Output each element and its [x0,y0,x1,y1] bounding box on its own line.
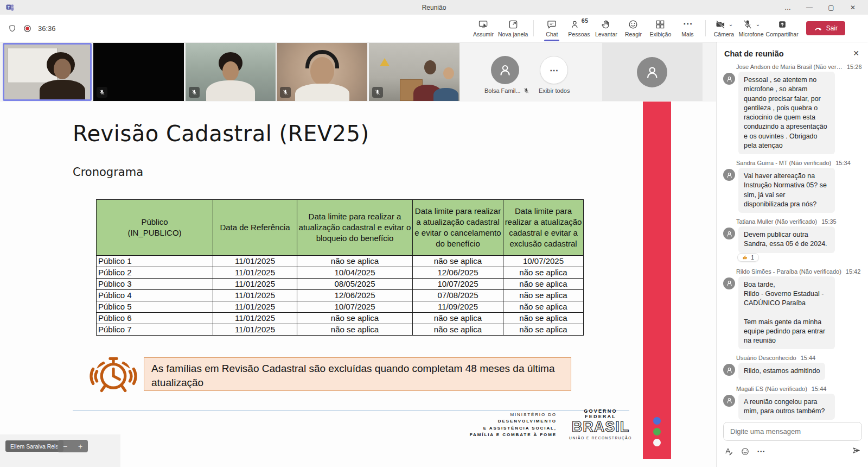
table-cell: não se aplica [297,313,413,324]
presenter-avatar [637,57,667,87]
slide-dot-blue [653,417,661,425]
reagir-button[interactable]: Reagir [621,16,646,41]
table-cell: Público 2 [97,267,213,279]
table-cell: 10/07/2025 [413,279,503,290]
table-header-cell: Data limite para realizar a atualização … [503,200,584,256]
video-tile-camera-off[interactable] [93,43,184,101]
zoom-in-button[interactable]: + [78,443,82,450]
table-row: Público 211/01/202510/04/202512/06/2025n… [97,267,584,279]
table-cell: não se aplica [503,267,584,279]
hangup-phone-icon [814,24,823,33]
mais-button[interactable]: ⋯ Mais [675,16,700,41]
chat-message: Sandra Guirra - MT (Não verificado)15:34… [723,160,862,213]
shared-content-stage: Revisão Cadastral (REV25) Cronograma Púb… [0,102,716,467]
chat-author: Sandra Guirra - MT (Não verificado) [736,160,831,166]
maximize-icon[interactable]: ▢ [820,0,842,15]
slide-table-header-row: Público (IN_PUBLICO)Data de ReferênciaDa… [97,200,584,256]
table-cell: 11/01/2025 [213,267,297,279]
people-icon [570,19,581,30]
table-cell: não se aplica [297,324,413,336]
titlebar-more-icon[interactable]: … [777,0,799,15]
chat-message: Magali ES (Não verificado)15:44A reunião… [723,386,862,420]
mic-off-icon [742,19,753,30]
video-tile-participant[interactable] [277,43,367,101]
chat-message-list[interactable]: Jose Andson de Maria Brasil (Não verif..… [717,62,868,421]
leave-button[interactable]: Sair [806,21,845,35]
chat-message: Rildo Simões - Paraíba (Não verificado)1… [723,268,862,350]
view-grid-icon [655,19,666,30]
ministry-line: MINISTÉRIO DO [412,412,557,418]
mic-muted-icon [372,87,383,98]
mic-chevron-icon[interactable]: ⌄ [756,22,760,27]
minimize-icon[interactable]: — [799,0,820,15]
camera-chevron-icon[interactable]: ⌄ [729,22,733,27]
table-row: Público 111/01/2025não se aplicanão se a… [97,256,584,267]
participant-avatar[interactable] [491,56,519,84]
chat-timestamp: 15:34 [835,160,851,166]
titlebar: T Reunião … — ▢ ✕ [0,0,868,15]
chat-bubble: Boa tarde, Rildo - Governo Estadual - CA… [738,276,835,350]
chat-panel: Chat de reunião ✕ Jose Andson de Maria B… [716,42,868,467]
chat-timestamp: 15:35 [821,218,837,225]
video-tile-active-speaker[interactable] [3,43,92,101]
reaction-badge[interactable]: 1 [737,253,759,262]
send-icon[interactable] [852,446,861,455]
presenter-tile-camera-off[interactable] [602,43,703,101]
slide-table: Público (IN_PUBLICO)Data de ReferênciaDa… [96,199,584,336]
table-cell: Público 6 [97,313,213,324]
alarm-clock-icon [88,352,138,396]
window-title: Reunião [0,4,868,11]
table-cell: Público 5 [97,301,213,313]
gov-logo-block: GOVERNO FEDERAL BRASIL UNIÃO E RECONSTRU… [567,408,634,440]
new-window-icon [508,19,519,30]
mic-muted-icon [189,87,200,98]
table-header-cell: Público (IN_PUBLICO) [97,200,213,256]
nova-janela-button[interactable]: Nova janela [498,16,528,41]
emoji-icon[interactable] [741,447,750,456]
zoom-out-button[interactable]: − [63,443,67,450]
table-cell: 10/07/2025 [503,256,584,267]
chat-close-icon[interactable]: ✕ [853,49,859,58]
video-tile-participant[interactable] [186,43,276,101]
chat-input[interactable] [724,422,861,440]
video-tile-room[interactable] [369,43,459,101]
table-cell: não se aplica [503,290,584,301]
assumir-button[interactable]: Assumir [471,16,496,41]
brasil-logo: BRASIL [567,419,634,436]
toolbar-divider [705,20,706,36]
avatar [723,169,735,181]
table-cell: 11/01/2025 [213,279,297,290]
close-icon[interactable]: ✕ [842,0,864,15]
microfone-button[interactable]: ⌄ Microfone [738,16,763,41]
recording-icon [23,24,32,33]
table-row: Público 511/01/202510/07/202511/09/2025n… [97,301,584,313]
avatar [723,228,735,239]
avatar [723,277,735,289]
presenter-name-tag: Ellem Saraiva Reis [5,440,63,452]
mic-muted-icon [97,87,107,98]
toolbar-divider [533,20,534,36]
meeting-timer: 36:36 [38,24,56,33]
table-cell: 12/06/2025 [413,267,503,279]
levantar-button[interactable]: Levantar [593,16,618,41]
chat-author: Rildo Simões - Paraíba (Não verificado) [736,268,841,275]
camera-button[interactable]: ⌄ Câmera [711,16,736,41]
format-icon[interactable] [724,447,733,456]
gov-federal-label: GOVERNO FEDERAL [567,408,634,419]
slide-dot-white [653,439,661,446]
camera-off-icon [715,19,726,30]
table-header-cell: Data limite para realizar a atualização … [413,200,503,256]
tab-chat[interactable]: Chat [539,16,564,41]
chat-author: Tatiana Muller (Não verificado) [736,218,817,225]
exibicao-button[interactable]: Exibição [648,16,673,41]
more-icon: ⋯ [550,65,558,75]
chat-input-box [723,422,862,441]
chat-more-icon[interactable]: ⋯ [757,449,765,454]
show-all-button[interactable]: ⋯ [540,56,568,84]
chat-timestamp: 15:26 [847,64,862,70]
table-cell: 07/08/2025 [413,290,503,301]
zoom-control[interactable]: − + [58,440,88,452]
slide-accent-bar [643,102,671,459]
compartilhar-button[interactable]: Compartilhar [766,16,799,41]
pessoas-button[interactable]: 65 Pessoas [566,16,591,41]
